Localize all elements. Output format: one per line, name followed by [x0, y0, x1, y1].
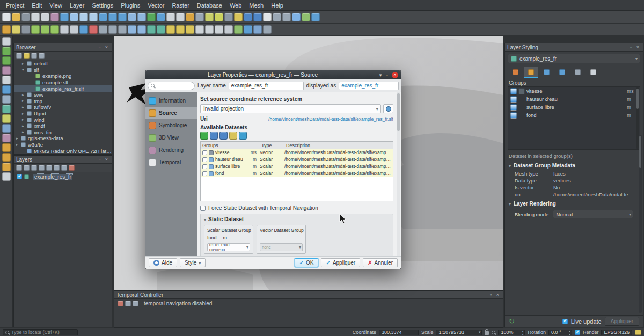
- apply-button[interactable]: Appliquer: [321, 258, 360, 267]
- open-project-icon[interactable]: [12, 13, 20, 21]
- print-layout-icon[interactable]: [31, 13, 40, 21]
- plugin-builder-icon[interactable]: [263, 25, 272, 34]
- save-project-icon[interactable]: [21, 13, 30, 21]
- help-button[interactable]: Aide: [149, 258, 177, 267]
- digitize-polygon-icon[interactable]: [50, 25, 59, 34]
- source-settings-tab[interactable]: [524, 67, 538, 78]
- scalar-ramp-icon[interactable]: [510, 88, 517, 94]
- dataset-group-row[interactable]: hauteur d'eau m: [508, 95, 640, 103]
- map-tips-icon[interactable]: [234, 13, 243, 21]
- dataset-table-row[interactable]: vitesse ms Vector /home/vincent/meshData…: [201, 149, 393, 156]
- column-type[interactable]: Type: [261, 143, 286, 148]
- digitize-line-icon[interactable]: [41, 25, 49, 34]
- refresh-map-icon[interactable]: [147, 13, 156, 21]
- form-annotation-icon[interactable]: [215, 25, 223, 34]
- style-button[interactable]: Style: [180, 258, 206, 267]
- folder-ugrid-item[interactable]: ▸ Ugrid: [14, 111, 112, 117]
- rotation-input[interactable]: 0.0 °: [548, 330, 572, 335]
- styling-scrollbar[interactable]: [639, 135, 642, 313]
- filter-legend-icon[interactable]: [39, 165, 45, 171]
- symbology-tab[interactable]: Symbologie: [145, 119, 197, 132]
- zoom-to-layer-icon[interactable]: [118, 13, 127, 21]
- source-tab[interactable]: Source: [145, 107, 197, 119]
- osm-search-icon[interactable]: [234, 25, 243, 34]
- add-raster-layer-icon[interactable]: [2, 95, 11, 104]
- menu-item[interactable]: View: [46, 1, 66, 10]
- temporal-navigation-fixed-icon[interactable]: [125, 301, 131, 306]
- remove-layer-icon[interactable]: [69, 165, 75, 171]
- zoom-last-icon[interactable]: [128, 13, 136, 21]
- metasearch-icon[interactable]: [253, 25, 262, 34]
- render-checkbox[interactable]: [575, 330, 580, 335]
- expand-arrow-icon[interactable]: ▸: [22, 130, 27, 134]
- expand-arrow-icon[interactable]: ▸: [22, 118, 27, 122]
- dialog-titlebar[interactable]: Layer Properties — example_res_fr — Sour…: [145, 70, 401, 79]
- annotation-icon[interactable]: [195, 25, 204, 34]
- zoom-in-icon[interactable]: [79, 13, 88, 21]
- measure-icon[interactable]: [215, 13, 223, 21]
- dataset-group-row[interactable]: vitesse ms: [508, 87, 640, 95]
- menu-item[interactable]: Settings: [88, 1, 117, 10]
- digitize-point-icon[interactable]: [31, 25, 40, 34]
- float-panel-icon[interactable]: [97, 157, 103, 163]
- processing-toolbox-icon[interactable]: [282, 13, 291, 21]
- coordinate-input[interactable]: 380,3374: [379, 330, 419, 335]
- crs-status-button[interactable]: EPSG:4326: [601, 330, 632, 335]
- scalar-ramp-icon[interactable]: [510, 112, 517, 119]
- close-panel-icon[interactable]: [495, 292, 501, 298]
- identify-features-icon[interactable]: [157, 13, 165, 21]
- temporal-controller-icon[interactable]: [263, 13, 272, 21]
- manage-map-themes-icon[interactable]: [31, 165, 37, 171]
- 3d-view-tab[interactable]: 3D View: [145, 132, 197, 144]
- dataset-checkbox[interactable]: [202, 157, 207, 162]
- plugin-manager-icon[interactable]: [302, 13, 310, 21]
- new-geopackage-layer-icon[interactable]: [2, 47, 11, 55]
- file-example-slf-item[interactable]: example.slf: [14, 79, 112, 86]
- expand-arrow-icon[interactable]: ▸: [22, 93, 27, 97]
- menu-item[interactable]: Vector: [144, 1, 168, 10]
- expand-arrow-icon[interactable]: ▸: [22, 112, 27, 116]
- dataset-up-icon[interactable]: [210, 132, 218, 140]
- menu-item[interactable]: Mesh: [245, 1, 267, 10]
- dataset-group-row[interactable]: surface libre m: [508, 103, 640, 111]
- menu-item[interactable]: Plugins: [117, 1, 144, 10]
- dataset-group-row[interactable]: fond m: [508, 111, 640, 119]
- dataset-table-row[interactable]: fond m Scalar /home/vincent/meshData/mda…: [201, 170, 393, 177]
- menu-item[interactable]: Database: [193, 1, 226, 10]
- locate-input[interactable]: Type to locate (Ctrl+K): [3, 329, 78, 335]
- python-console-icon[interactable]: [292, 13, 301, 21]
- new-spatialite-layer-icon[interactable]: [2, 66, 11, 75]
- properties-widget-icon[interactable]: [39, 53, 45, 59]
- dataset-options-icon[interactable]: [229, 132, 237, 140]
- dialog-scrollbar[interactable]: [397, 92, 400, 256]
- label-pin-icon[interactable]: [186, 25, 194, 34]
- folder-slf-item[interactable]: ▾ slf: [14, 67, 112, 74]
- dataset-checkbox[interactable]: [202, 171, 207, 176]
- open-attribute-table-icon[interactable]: [195, 13, 204, 21]
- folder-netcdf-item[interactable]: ▸ netcdf: [14, 61, 112, 67]
- refresh-style-icon[interactable]: ↻: [509, 318, 515, 325]
- temporal-navigation-animated-icon[interactable]: [133, 301, 138, 306]
- paste-features-icon[interactable]: [118, 25, 127, 34]
- layer-diagram-icon[interactable]: [176, 25, 185, 34]
- dialog-menu-icon[interactable]: [377, 72, 384, 78]
- assign-dataset-icon[interactable]: [200, 132, 208, 140]
- messages-icon[interactable]: [635, 330, 641, 335]
- toggle-editing-icon[interactable]: [12, 25, 20, 34]
- dataset-table-row[interactable]: surface libre m Scalar /home/vincent/mes…: [201, 163, 393, 170]
- magnifier-input[interactable]: 100%: [498, 330, 525, 335]
- expand-arrow-icon[interactable]: ▸: [16, 136, 21, 141]
- folder-w3u-te-item[interactable]: ▸ w3u/te: [14, 142, 112, 148]
- delete-selected-icon[interactable]: [89, 25, 98, 34]
- mesh-digitizing-icon[interactable]: [147, 25, 156, 34]
- zoom-to-selection-icon[interactable]: [108, 13, 117, 21]
- expand-arrow-icon[interactable]: ▸: [22, 99, 27, 103]
- menu-item[interactable]: Web: [226, 1, 245, 10]
- pan-map-icon[interactable]: [60, 13, 69, 21]
- expand-arrow-icon[interactable]: ▸: [16, 143, 21, 147]
- data-source-manager-icon[interactable]: [2, 37, 11, 46]
- dataset-checkbox[interactable]: [202, 150, 207, 155]
- menu-item[interactable]: Edit: [28, 1, 46, 10]
- scalar-ramp-icon[interactable]: [510, 96, 517, 103]
- scalar-time-combo[interactable]: 01.01.1900 00:00:00: [207, 243, 250, 251]
